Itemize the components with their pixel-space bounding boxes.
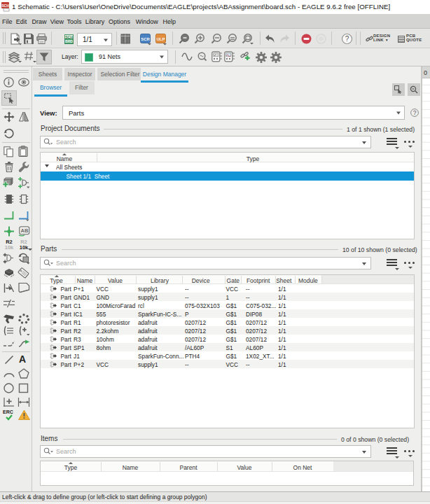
- svg-text:?: ?: [345, 35, 349, 43]
- svg-text:SCH: SCH: [1, 4, 9, 8]
- svg-text:BRD: BRD: [65, 39, 73, 43]
- svg-text:ULP: ULP: [157, 37, 165, 41]
- svg-text:SCH: SCH: [65, 35, 73, 39]
- svg-text:SCR: SCR: [141, 37, 150, 41]
- svg-text:?: ?: [413, 109, 417, 116]
- svg-text:AB: AB: [21, 227, 29, 234]
